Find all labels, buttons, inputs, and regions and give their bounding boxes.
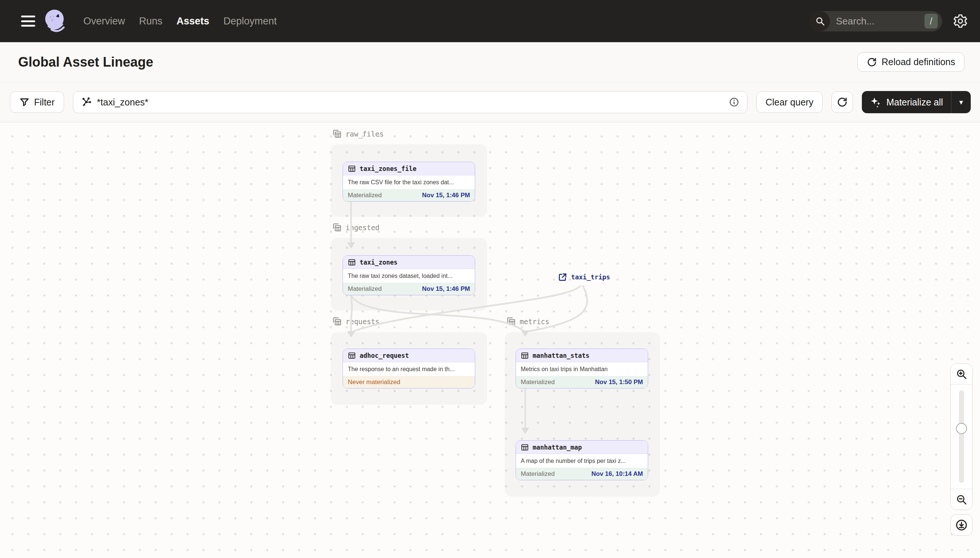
- download-icon: [955, 519, 968, 531]
- nav-tab-runs[interactable]: Runs: [139, 16, 163, 27]
- zoom-slider-groove: [959, 391, 964, 483]
- asset-status-bar: Materialized Nov 15, 1:50 PM: [516, 376, 648, 388]
- group-table-icon: [332, 317, 342, 327]
- gear-icon[interactable]: [953, 13, 968, 29]
- asset-node-header: manhattan_stats: [516, 349, 648, 362]
- group-label-raw_files[interactable]: raw_files: [332, 129, 384, 139]
- materialization-timestamp: Nov 15, 1:46 PM: [422, 192, 470, 199]
- funnel-icon: [19, 97, 30, 107]
- search-placeholder: Search...: [836, 16, 875, 27]
- asset-name: taxi_zones: [360, 259, 397, 266]
- asset-name: taxi_zones_file: [360, 165, 417, 172]
- chevron-down-icon[interactable]: ▾: [952, 98, 971, 107]
- status-badge: Never materialized: [348, 379, 400, 386]
- group-name: ingested: [346, 223, 380, 231]
- page-header: Global Asset Lineage Reload definitions: [0, 42, 980, 82]
- reload-definitions-label: Reload definitions: [881, 57, 955, 67]
- materialization-timestamp: Nov 15, 1:46 PM: [422, 285, 470, 293]
- external-link-icon: [558, 272, 567, 282]
- filter-button[interactable]: Filter: [10, 91, 64, 113]
- asset-status-bar: Never materialized: [343, 376, 475, 388]
- asset-node-manhattan_stats[interactable]: manhattan_stats Metrics on taxi trips in…: [516, 349, 648, 389]
- group-label-requests[interactable]: requests: [332, 317, 380, 327]
- lineage-edges: [0, 123, 980, 558]
- clear-query-label: Clear query: [766, 97, 813, 108]
- group-name: metrics: [520, 317, 549, 326]
- asset-description: The raw CSV file for the taxi zones dat.…: [343, 176, 475, 189]
- zoom-out-icon: [955, 494, 967, 505]
- search-input[interactable]: Search... /: [810, 11, 942, 31]
- group-label-metrics[interactable]: metrics: [506, 317, 549, 327]
- group-table-icon: [332, 222, 342, 232]
- status-badge: Materialized: [348, 192, 382, 199]
- group-label-ingested[interactable]: ingested: [332, 222, 380, 232]
- materialize-all-button[interactable]: Materialize all ▾: [862, 91, 971, 113]
- asset-node-manhattan_map[interactable]: manhattan_map A map of the number of tri…: [516, 440, 648, 480]
- group-table-icon: [506, 317, 516, 327]
- asset-selection-input-wrap: [73, 91, 748, 113]
- asset-node-taxi_zones_file[interactable]: taxi_zones_file The raw CSV file for the…: [343, 162, 475, 202]
- status-badge: Materialized: [521, 470, 555, 478]
- asset-name: adhoc_request: [360, 352, 409, 359]
- asset-node-adhoc_request[interactable]: adhoc_request The response to an request…: [343, 349, 475, 389]
- zoom-in-icon: [955, 368, 967, 380]
- materialization-timestamp: Nov 16, 10:14 AM: [591, 470, 643, 478]
- asset-node-header: taxi_zones_file: [343, 162, 475, 176]
- materialization-timestamp: Nov 15, 1:50 PM: [595, 379, 643, 386]
- lineage-canvas[interactable]: raw_files ingested requests m: [0, 123, 980, 558]
- info-icon[interactable]: [728, 97, 740, 108]
- dagster-logo-icon: [43, 9, 68, 33]
- refresh-graph-button[interactable]: [832, 91, 853, 113]
- nav-tab-assets[interactable]: Assets: [177, 16, 210, 27]
- zoom-in-button[interactable]: [951, 364, 972, 384]
- filter-button-label: Filter: [34, 97, 55, 108]
- table-icon: [521, 351, 529, 359]
- asset-selection-input[interactable]: [97, 97, 723, 108]
- hamburger-menu-icon[interactable]: [21, 16, 35, 27]
- sparkle-icon: [870, 97, 881, 108]
- top-nav-bar: Overview Runs Assets Deployment Search..…: [0, 0, 980, 42]
- asset-status-bar: Materialized Nov 16, 10:14 AM: [516, 468, 648, 480]
- search-icon: [810, 11, 830, 31]
- group-table-icon: [332, 129, 342, 139]
- zoom-slider-thumb[interactable]: [956, 423, 967, 434]
- clear-query-button[interactable]: Clear query: [756, 91, 823, 113]
- download-image-button[interactable]: [950, 514, 973, 536]
- group-name: raw_files: [346, 130, 384, 138]
- status-badge: Materialized: [348, 285, 382, 293]
- table-icon: [348, 351, 356, 359]
- global-asset-lineage-page: Overview Runs Assets Deployment Search..…: [0, 0, 980, 558]
- nav-tabs: Overview Runs Assets Deployment: [83, 16, 277, 27]
- asset-node-header: adhoc_request: [343, 349, 475, 362]
- table-icon: [348, 165, 356, 173]
- table-icon: [521, 443, 529, 451]
- asset-graph-icon: [81, 97, 92, 108]
- nav-tab-overview[interactable]: Overview: [83, 16, 125, 27]
- refresh-icon: [837, 97, 848, 108]
- materialize-all-label: Materialize all: [886, 97, 943, 108]
- asset-description: The raw taxi zones dataset, loaded int..…: [343, 269, 475, 283]
- asset-status-bar: Materialized Nov 15, 1:46 PM: [343, 283, 475, 295]
- asset-name: manhattan_map: [533, 444, 582, 451]
- lineage-toolbar: Filter Clear query: [0, 82, 980, 123]
- external-asset-name: taxi_trips: [571, 274, 610, 281]
- asset-node-header: taxi_zones: [343, 256, 475, 269]
- asset-description: The response to an request made in th...: [343, 362, 475, 376]
- zoom-out-button[interactable]: [951, 489, 972, 510]
- zoom-slider-track: [951, 384, 972, 489]
- asset-name: manhattan_stats: [533, 352, 590, 359]
- refresh-icon: [867, 57, 877, 67]
- asset-status-bar: Materialized Nov 15, 1:46 PM: [343, 189, 475, 201]
- asset-node-header: manhattan_map: [516, 441, 648, 454]
- table-icon: [348, 258, 356, 266]
- status-badge: Materialized: [521, 379, 555, 386]
- asset-description: A map of the number of trips per taxi z.…: [516, 454, 648, 468]
- reload-definitions-button[interactable]: Reload definitions: [857, 52, 964, 72]
- nav-tab-deployment[interactable]: Deployment: [223, 16, 277, 27]
- slash-shortcut-badge: /: [924, 14, 938, 28]
- zoom-control-panel: [950, 363, 973, 510]
- asset-node-taxi_zones[interactable]: taxi_zones The raw taxi zones dataset, l…: [343, 255, 475, 295]
- asset-description: Metrics on taxi trips in Manhattan: [516, 362, 648, 376]
- external-asset-taxi_trips[interactable]: taxi_trips: [558, 272, 610, 282]
- page-title: Global Asset Lineage: [18, 54, 153, 70]
